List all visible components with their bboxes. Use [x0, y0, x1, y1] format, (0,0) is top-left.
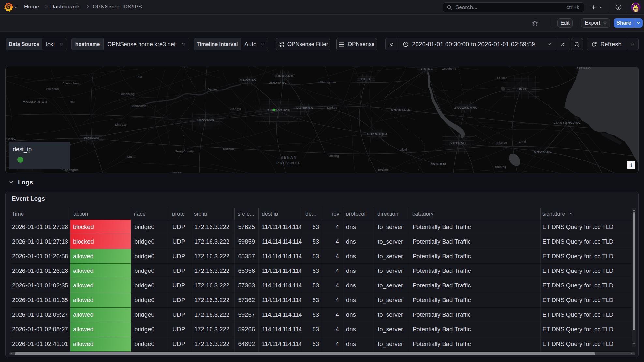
table-row[interactable]: 2026-01-01 02:09:27allowedbridge0UDP172.…	[8, 308, 632, 322]
table-row[interactable]: 2026-01-01 01:26:58allowedbridge0UDP172.…	[8, 249, 632, 264]
column-separator-header	[169, 208, 169, 220]
cell-iface: bridge0	[131, 322, 169, 337]
cell-srcp: 57625	[234, 220, 258, 234]
table-row[interactable]: 2026-01-01 01:27:28blockedbridge0UDP172.…	[8, 220, 632, 234]
cell-protocol: dns	[343, 308, 374, 322]
cell-de: 53	[302, 337, 323, 352]
geomap-panel[interactable]: ChengchengPuchengDaliYunchengXiaSanmenxi…	[5, 67, 639, 173]
column-header[interactable]: ipv	[326, 208, 339, 220]
column-separator-header	[323, 208, 323, 220]
column-header[interactable]: Time	[12, 208, 67, 220]
time-picker: 2026-01-01 00:30:00 to 2026-01-01 02:59:…	[385, 38, 570, 50]
column-separator-header	[234, 208, 235, 220]
time-range-button[interactable]: 2026-01-01 00:30:00 to 2026-01-01 02:59:…	[398, 38, 556, 50]
table-row[interactable]: 2026-01-01 01:26:28allowedbridge0UDP172.…	[8, 264, 632, 278]
column-header[interactable]: action	[73, 208, 127, 220]
time-shift-forward-button[interactable]	[556, 38, 570, 50]
cell-protocol: dns	[343, 220, 374, 234]
refresh-button[interactable]: Refresh	[587, 38, 626, 50]
svg-text:ZHENGZHOU: ZHENGZHOU	[267, 108, 291, 112]
cell-srcp: 57363	[234, 278, 258, 293]
timeline-interval-select[interactable]: Auto	[241, 38, 268, 50]
row-logs-toggle[interactable]: Logs	[5, 178, 33, 187]
cell-srcp: 57362	[234, 293, 258, 308]
svg-text:Jiyuan: Jiyuan	[207, 88, 217, 91]
map-attribution-button[interactable]: i	[627, 161, 635, 169]
table-row[interactable]: 2026-01-01 02:08:27allowedbridge0UDP172.…	[8, 322, 632, 337]
cell-Time: 2026-01-01 02:09:27	[8, 308, 70, 322]
vscroll-thumb[interactable]	[633, 212, 635, 330]
cell-srcip: 172.16.3.222	[191, 337, 234, 352]
column-header[interactable]: de...	[305, 208, 319, 220]
search-input[interactable]: Search... ctrl+k	[443, 2, 584, 12]
search-placeholder: Search...	[455, 4, 477, 11]
hostname-select[interactable]: OPNSense.home.kre3.net	[104, 38, 189, 50]
table-row[interactable]: 2026-01-01 02:41:01allowedbridge0UDP172.…	[8, 337, 632, 352]
hscroll-thumb[interactable]	[15, 352, 595, 355]
column-header[interactable]: signature	[542, 208, 630, 220]
table-row[interactable]: 2026-01-01 01:01:35allowedbridge0UDP172.…	[8, 293, 632, 308]
share-button[interactable]: Share	[614, 18, 634, 28]
cell-direction: to_server	[374, 278, 409, 293]
cell-iface: bridge0	[131, 220, 169, 234]
cell-catagory: Potentially Bad Traffic	[409, 264, 540, 278]
table-row[interactable]: 2026-01-01 01:27:13blockedbridge0UDP172.…	[8, 234, 632, 249]
column-header[interactable]: iface	[134, 208, 166, 220]
vscroll-down-arrow[interactable]	[633, 343, 635, 344]
column-header[interactable]: dest ip	[262, 208, 299, 220]
breadcrumb-home[interactable]: Home	[24, 4, 39, 10]
add-icon[interactable]	[589, 0, 598, 15]
star-icon[interactable]	[531, 15, 538, 32]
column-header[interactable]: direction	[377, 208, 406, 220]
cell-protocol: dns	[343, 278, 374, 293]
zoom-out-button[interactable]	[571, 38, 583, 50]
data-source-select[interactable]: loki	[42, 38, 67, 50]
breadcrumb-dashboards[interactable]: Dashboards	[50, 4, 80, 10]
svg-text:Zoucheng: Zoucheng	[442, 67, 456, 70]
cell-iface: bridge0	[131, 293, 169, 308]
svg-text:HUAIBEI: HUAIBEI	[431, 162, 446, 165]
column-header[interactable]: protocol	[346, 208, 371, 220]
opnsense-menu-button[interactable]: OPNsense	[336, 38, 377, 50]
vscroll-up-arrow[interactable]	[633, 209, 635, 211]
svg-text:ZAOZHUANG: ZAOZHUANG	[454, 106, 478, 109]
opnsense-filter-button[interactable]: OPNsense Filter	[276, 38, 330, 50]
cell-iface: bridge0	[131, 264, 169, 278]
svg-text:Suining: Suining	[495, 165, 506, 169]
cell-signature: ET DNS Query for .cc TLD	[540, 264, 632, 278]
cell-proto: UDP	[169, 337, 191, 352]
nav-divider	[609, 3, 609, 12]
cell-destip: 114.114.114.114	[258, 293, 302, 308]
edit-button[interactable]: Edit	[557, 18, 573, 28]
table-row[interactable]: 2026-01-01 01:02:35allowedbridge0UDP172.…	[8, 278, 632, 293]
grafana-logo[interactable]	[4, 3, 13, 12]
cell-ipv: 4	[323, 278, 343, 293]
share-caret-button[interactable]	[634, 18, 643, 28]
cell-srcp: 59267	[234, 308, 258, 322]
zoom-out-icon	[574, 41, 580, 48]
double-chevron-left-icon	[389, 42, 395, 47]
column-header[interactable]: proto	[172, 208, 187, 220]
add-caret-icon[interactable]	[598, 0, 603, 15]
column-header[interactable]: src p...	[238, 208, 255, 220]
cell-direction: to_server	[374, 249, 409, 264]
avatar[interactable]	[630, 0, 641, 15]
column-header[interactable]: src ip	[194, 208, 231, 220]
help-icon[interactable]	[614, 0, 622, 15]
row-title: Logs	[18, 179, 33, 186]
cell-action: blocked	[70, 220, 131, 234]
cell-action: allowed	[70, 337, 131, 352]
cell-signature: ET DNS Query for .cc TLD	[540, 293, 632, 308]
hscroll-left-arrow[interactable]	[10, 353, 12, 354]
cell-de: 53	[302, 220, 323, 234]
column-header[interactable]: catagory	[412, 208, 537, 220]
refresh-interval-caret[interactable]	[626, 38, 638, 50]
cell-de: 53	[302, 322, 323, 337]
cell-srcip: 172.16.3.222	[191, 293, 234, 308]
svg-text:Lingbao: Lingbao	[115, 123, 127, 126]
export-button[interactable]: Export	[581, 18, 610, 28]
org-switcher-caret-icon[interactable]	[14, 6, 17, 8]
time-shift-back-button[interactable]	[386, 38, 398, 50]
hscroll-right-arrow[interactable]	[631, 353, 632, 354]
cell-signature: ET DNS Query for .cc TLD	[540, 308, 632, 322]
